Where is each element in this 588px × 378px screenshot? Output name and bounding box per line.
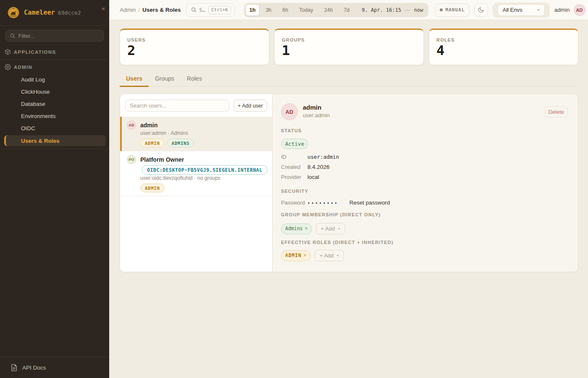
- password-label: Password: [281, 200, 307, 206]
- sidebar-filter-input[interactable]: [18, 33, 99, 39]
- remove-chip-icon[interactable]: ×: [305, 226, 308, 232]
- time-range-group: 1h 3h 6h Today 24h 7d 9. Apr. 16:15 — no…: [244, 3, 429, 17]
- user-name: Platform Owner: [140, 156, 184, 163]
- search-icon: [10, 33, 15, 39]
- status-heading: STATUS: [281, 128, 568, 133]
- user-meta: user:admin · Admins: [140, 130, 267, 136]
- oidc-issuer-badge: OIDC:DESKTOP-FB5VGJ9.SIEGELN.INTERNAL: [142, 165, 268, 175]
- stat-label: ROLES: [436, 37, 570, 42]
- add-group-label: + Add: [321, 226, 335, 232]
- add-group-button[interactable]: + Add: [316, 223, 346, 234]
- sidebar-nav: Audit Log ClickHouse Database Environmen…: [0, 74, 109, 148]
- add-role-button[interactable]: + Add: [315, 250, 344, 261]
- sidebar-section-applications[interactable]: APPLICATIONS: [0, 45, 109, 58]
- group-badge-admins: ADMINS: [167, 139, 194, 147]
- role-badge-admin: ADMIN: [140, 184, 165, 192]
- users-panel: + Add user AD admin user:admin · Admins …: [120, 94, 578, 272]
- chevron-down-icon: [537, 9, 540, 11]
- sidebar-item-audit-log[interactable]: Audit Log: [4, 74, 106, 86]
- user-row-platform-owner[interactable]: PO Platform Owner OIDC:DESKTOP-FB5VGJ9.S…: [120, 151, 272, 196]
- sidebar-footer: API Docs: [0, 357, 109, 378]
- field-label: ID: [281, 154, 307, 160]
- api-docs-label: API Docs: [22, 365, 46, 371]
- stat-value: 1: [282, 43, 416, 58]
- api-docs-link[interactable]: API Docs: [6, 364, 104, 371]
- main-content: USERS 2 GROUPS 1 ROLES 4 Users Groups Ro…: [109, 20, 588, 378]
- user-search-input[interactable]: [130, 102, 225, 109]
- search-icon: [191, 7, 197, 13]
- app-name: Cameleer: [24, 9, 55, 16]
- tab-groups[interactable]: Groups: [149, 75, 181, 87]
- sidebar-section-admin[interactable]: ADMIN: [0, 60, 109, 74]
- breadcrumb: Admin / Users & Roles: [120, 7, 181, 13]
- theme-toggle-button[interactable]: [475, 3, 488, 17]
- stat-value: 4: [436, 43, 570, 58]
- user-meta: user:oidc:8evzqofluhld · no groups: [140, 175, 267, 181]
- detail-fields: ID user:admin Created 8.4.2026 Provider …: [281, 152, 568, 182]
- chevron-down-icon: [338, 228, 340, 229]
- sidebar-item-environments[interactable]: Environments: [4, 110, 106, 122]
- group-membership-heading: GROUP MEMBERSHIP (DIRECT ONLY): [281, 212, 568, 217]
- field-row-provider: Provider local: [281, 172, 568, 182]
- add-user-button[interactable]: + Add user: [234, 100, 267, 112]
- time-range-1h[interactable]: 1h: [245, 4, 260, 16]
- time-range-6h[interactable]: 6h: [277, 4, 293, 16]
- search-placeholder-text: S…: [200, 7, 205, 13]
- effective-roles-heading: EFFECTIVE ROLES (DIRECT + INHERITED): [281, 240, 568, 245]
- sidebar-divider-bottom: [0, 149, 109, 149]
- role-badge-admin: ADMIN: [140, 139, 165, 147]
- remove-chip-icon[interactable]: ×: [304, 252, 307, 259]
- field-row-id: ID user:admin: [281, 152, 568, 162]
- field-row-created: Created 8.4.2026: [281, 162, 568, 172]
- sidebar-item-clickhouse[interactable]: ClickHouse: [4, 86, 106, 98]
- user-search: [125, 100, 229, 112]
- chevron-down-icon: [337, 255, 339, 256]
- sidebar-collapse-icon[interactable]: «: [102, 5, 104, 11]
- breadcrumb-admin[interactable]: Admin: [120, 7, 136, 13]
- global-search-button[interactable]: S… Ctrl+K: [186, 3, 235, 17]
- field-value: 8.4.2026: [307, 164, 330, 170]
- time-range-24h[interactable]: 24h: [319, 4, 338, 16]
- stat-card-users: USERS 2: [120, 29, 269, 65]
- stat-label: GROUPS: [282, 37, 416, 42]
- sidebar-item-oidc[interactable]: OIDC: [4, 122, 106, 134]
- chip-label: ADMIN: [285, 252, 302, 259]
- sidebar-item-users-roles[interactable]: Users & Roles: [4, 135, 106, 146]
- time-range-today[interactable]: Today: [294, 4, 318, 16]
- breadcrumb-current: Users & Roles: [142, 7, 181, 13]
- chip-label: Admins: [285, 226, 303, 232]
- refresh-mode-manual-button[interactable]: MANUAL: [435, 3, 469, 17]
- header-username: admin: [554, 7, 570, 13]
- field-value: user:admin: [307, 154, 339, 160]
- time-range-3h[interactable]: 3h: [260, 4, 276, 16]
- status-badge: Active: [281, 139, 308, 149]
- field-label: Created: [281, 164, 307, 170]
- topbar: Admin / Users & Roles S… Ctrl+K 1h 3h 6h…: [109, 0, 588, 20]
- time-to-value[interactable]: now: [414, 7, 423, 13]
- time-range-7d[interactable]: 7d: [339, 4, 354, 16]
- user-row-admin[interactable]: AD admin user:admin · Admins ADMIN ADMIN…: [120, 117, 272, 151]
- time-from-value[interactable]: 9. Apr. 16:15: [362, 7, 401, 13]
- tab-users[interactable]: Users: [120, 75, 149, 87]
- detail-user-id: user:admin: [303, 112, 330, 118]
- reset-password-link[interactable]: Reset password: [349, 200, 390, 206]
- user-avatar[interactable]: AD: [574, 4, 585, 16]
- app-logo-camel-icon: [8, 7, 19, 18]
- breadcrumb-separator: /: [138, 7, 140, 13]
- manual-status-dot: [440, 8, 443, 11]
- tab-roles[interactable]: Roles: [181, 75, 208, 87]
- manual-label: MANUAL: [445, 7, 465, 13]
- env-select[interactable]: All Envs: [498, 4, 545, 16]
- sidebar-item-database[interactable]: Database: [4, 98, 106, 110]
- role-chip-admin: ADMIN ×: [281, 250, 311, 261]
- delete-user-button[interactable]: Delete: [544, 106, 568, 118]
- user-avatar-initials: AD: [127, 121, 136, 130]
- detail-user-name: admin: [303, 104, 330, 111]
- document-icon: [11, 364, 17, 371]
- detail-avatar: AD: [281, 103, 298, 120]
- tabs: Users Groups Roles: [120, 75, 578, 87]
- env-select-wrap: All Envs: [493, 3, 550, 18]
- stat-value: 2: [127, 43, 261, 58]
- stat-label: USERS: [127, 37, 261, 42]
- stat-card-groups: GROUPS 1: [274, 29, 424, 65]
